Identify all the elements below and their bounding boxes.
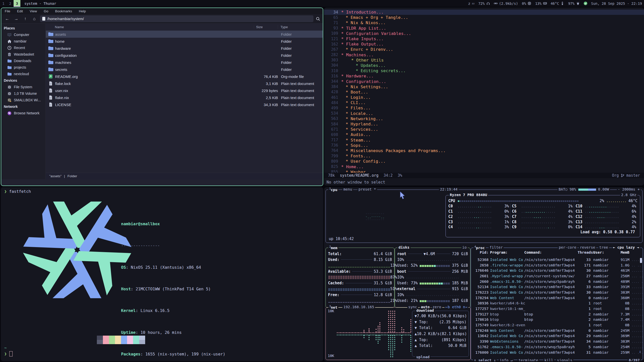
proc-percore-toggle[interactable]: per-core bbox=[558, 245, 577, 249]
sidebar-item[interactable]: SMALLBOX Wi... bbox=[1, 97, 46, 103]
process-row[interactable]: 178294 Web Content /nix/store/sm8fmrf3wp… bbox=[473, 295, 641, 301]
cpu-tab[interactable]: 1cpu bbox=[328, 187, 338, 192]
process-row[interactable]: 51762 .emacs-31.0.50- /nix/store/wnqz5pa… bbox=[473, 344, 641, 350]
update-interval-control[interactable]: - 2000ms + bbox=[617, 187, 641, 191]
io-tab[interactable]: io bbox=[461, 245, 468, 249]
org-heading-line[interactable]: 303 * Other Utils bbox=[324, 58, 644, 63]
disks-tab[interactable]: disks bbox=[397, 245, 411, 249]
proc-reverse-toggle[interactable]: reverse bbox=[579, 245, 596, 249]
cpu-indicator[interactable]: 0% bbox=[522, 2, 532, 6]
memory-indicator[interactable]: 13% bbox=[535, 2, 547, 6]
process-row[interactable]: 3390 WebExtensions /nix/store/sm8fmrf3wp… bbox=[473, 339, 641, 344]
org-heading-line[interactable]: 71 * Nix & Nixos... bbox=[324, 20, 644, 25]
org-heading-line[interactable]: 316 * Hardware... bbox=[324, 73, 644, 79]
proc-kill-hint[interactable]: kill bbox=[543, 358, 554, 361]
process-row[interactable]: 179127 btop btop 2 nambiar 7.3M ........… bbox=[473, 311, 641, 317]
file-row[interactable]: flake.lock 3,1 KiB Plain text document bbox=[46, 80, 323, 87]
file-row[interactable]: assets Folder bbox=[46, 31, 323, 38]
process-row[interactable]: 13642 Isolated Web Co /nix/store/sm8fmrf… bbox=[473, 333, 641, 339]
up-button[interactable]: ↑ bbox=[22, 15, 29, 22]
menu-item[interactable]: Help bbox=[79, 9, 86, 13]
file-row[interactable]: hardware Folder bbox=[46, 45, 323, 52]
menu-item[interactable]: Bookmarks bbox=[55, 9, 72, 13]
org-heading-line[interactable]: 534 * Locale... bbox=[324, 111, 644, 116]
org-heading-line[interactable]: 764 * Miscellaneous Packages and Program… bbox=[324, 148, 644, 153]
menu-item[interactable]: Edit bbox=[17, 9, 23, 13]
process-row[interactable]: 176223 Isolated Web Co /nix/store/sm8fmr… bbox=[473, 290, 641, 295]
file-row[interactable]: flake.nix 2,5 KiB Plain text document bbox=[46, 94, 323, 101]
sidebar-item[interactable]: Wastebasket bbox=[1, 51, 46, 58]
file-row[interactable]: README.org 76,4 KiB Org-mode file bbox=[46, 73, 323, 80]
check-circle-icon[interactable] bbox=[584, 2, 587, 5]
preset-button[interactable]: preset * bbox=[357, 187, 377, 191]
process-row[interactable]: 52134 Isolated Web Co /nix/store/sm8fmrf… bbox=[473, 284, 641, 290]
org-heading-line[interactable]: 717 * Steam... bbox=[324, 138, 644, 143]
process-row[interactable]: 177257 kworker/10:1-mm_ 1 root 0B ......… bbox=[473, 306, 641, 311]
workspace-2[interactable]: 2 bbox=[7, 0, 14, 7]
path-bar[interactable]: /home/nambiar/system/ bbox=[40, 15, 313, 22]
org-heading-line[interactable]: 499 * Files... bbox=[324, 105, 644, 111]
file-row[interactable]: configuration Folder bbox=[46, 52, 323, 59]
proc-filter-button[interactable]: filter bbox=[489, 245, 504, 249]
home-button[interactable]: ⌂ bbox=[31, 15, 38, 22]
sidebar-item[interactable]: nextcloud bbox=[1, 71, 46, 77]
sidebar-item[interactable]: Browse Network bbox=[1, 110, 46, 116]
file-row[interactable]: user.nix 229 bytes Plain text document bbox=[46, 87, 323, 94]
file-row[interactable]: home Folder bbox=[46, 38, 323, 45]
workspace-1[interactable]: 1 bbox=[0, 0, 7, 7]
file-row[interactable]: LICENSE 34,3 KiB Plain text document bbox=[46, 101, 323, 108]
menu-item[interactable]: File bbox=[5, 9, 10, 13]
mem-tab[interactable]: 2mem bbox=[328, 245, 338, 250]
back-button[interactable]: ← bbox=[4, 15, 11, 22]
sidebar-item[interactable]: Devices bbox=[1, 77, 46, 84]
volume-indicator[interactable]: 72% bbox=[478, 2, 490, 6]
proc-tree-toggle[interactable]: tree bbox=[598, 245, 609, 249]
workspace-3-active[interactable]: 3 bbox=[14, 0, 20, 7]
file-row[interactable]: secrets Folder bbox=[46, 66, 323, 73]
org-heading-line[interactable]: 825 * Home... bbox=[324, 164, 644, 169]
process-row[interactable]: 52368 Isolated Web Co /nix/store/sm8fmrf… bbox=[473, 257, 641, 262]
org-heading-line[interactable]: 162 * Flake Output... bbox=[324, 41, 644, 47]
sidebar-item[interactable]: Computer bbox=[1, 31, 46, 38]
sidebar-item[interactable]: projects bbox=[1, 64, 46, 71]
org-heading-line[interactable]: 304 * Updates... bbox=[324, 63, 644, 68]
org-heading-line[interactable]: 34 * Introduction... bbox=[324, 10, 644, 15]
org-heading-line[interactable]: 809 * User Config... bbox=[324, 159, 644, 164]
search-icon[interactable] bbox=[316, 17, 320, 21]
process-row[interactable]: 176000 Isolated Web Co /nix/store/sm8fmr… bbox=[473, 350, 641, 355]
proc-terminate-hint[interactable]: terminate bbox=[517, 358, 539, 361]
menu-item[interactable]: View bbox=[30, 9, 37, 13]
process-row[interactable]: 38936 kworker/u64:6-kc 1 root 0B .......… bbox=[473, 301, 641, 306]
column-type[interactable]: Type bbox=[278, 25, 323, 29]
org-heading-line[interactable]: 563 * Networking... bbox=[324, 116, 644, 121]
org-heading-line[interactable]: 736 * Sops... bbox=[324, 143, 644, 148]
battery-indicator[interactable]: 97% bbox=[568, 2, 580, 6]
org-heading-line[interactable]: 109 * Configuration Variables... bbox=[324, 31, 644, 36]
org-heading-line[interactable]: 282 * Machines... bbox=[324, 52, 644, 58]
process-row[interactable]: 175749 kworker/6:2-even 1 root 0B ......… bbox=[473, 322, 641, 328]
sidebar-item[interactable]: Recent bbox=[1, 44, 46, 51]
org-heading-line[interactable]: 310 * Editing secrets... bbox=[324, 68, 644, 73]
org-heading-line[interactable]: 671 * Services... bbox=[324, 127, 644, 132]
org-heading-line[interactable]: 698 * Audio... bbox=[324, 132, 644, 137]
org-heading-line[interactable]: 799 * Fonts... bbox=[324, 153, 644, 159]
process-row[interactable]: 2658 .firefox-wrappe /nix/store/sm8fmrf3… bbox=[473, 262, 641, 268]
process-row[interactable]: 176646 Isolated Web Co /nix/store/sm8fmr… bbox=[473, 268, 641, 273]
shell-prompt[interactable]: ❯ bbox=[4, 351, 13, 357]
process-row[interactable]: 2660 .emacs-31.0.50- /nix/store/wnqz5pa8… bbox=[473, 279, 641, 284]
temperature-indicator[interactable]: 46°C bbox=[551, 2, 565, 6]
clock[interactable]: Sun, 28 Sep 2025 - 22:19 bbox=[591, 2, 642, 6]
process-row[interactable]: 2601 .Hyprland-wrapp /run/current-system… bbox=[473, 273, 641, 279]
proc-tab[interactable]: 4proc bbox=[473, 245, 486, 250]
column-name[interactable]: Name bbox=[46, 25, 254, 29]
sidebar-item[interactable]: 1,0 TB Volume bbox=[1, 90, 46, 97]
sidebar-item[interactable]: Network bbox=[1, 103, 46, 110]
org-heading-line[interactable]: 461 * Login... bbox=[324, 95, 644, 100]
org-heading-line[interactable]: 344 * Configuration... bbox=[324, 79, 644, 84]
idle-inhibit-indicator[interactable]: zzz bbox=[468, 2, 474, 6]
menu-button[interactable]: menu bbox=[342, 187, 353, 191]
org-heading-line[interactable]: 93 * TLDR App List... bbox=[324, 26, 644, 31]
proc-sort-selector[interactable]: ← cpu lazy → bbox=[612, 245, 640, 249]
net-interface-switch[interactable]: ←b eth0 n→ bbox=[445, 305, 468, 309]
sidebar-item[interactable]: Places bbox=[1, 25, 46, 31]
